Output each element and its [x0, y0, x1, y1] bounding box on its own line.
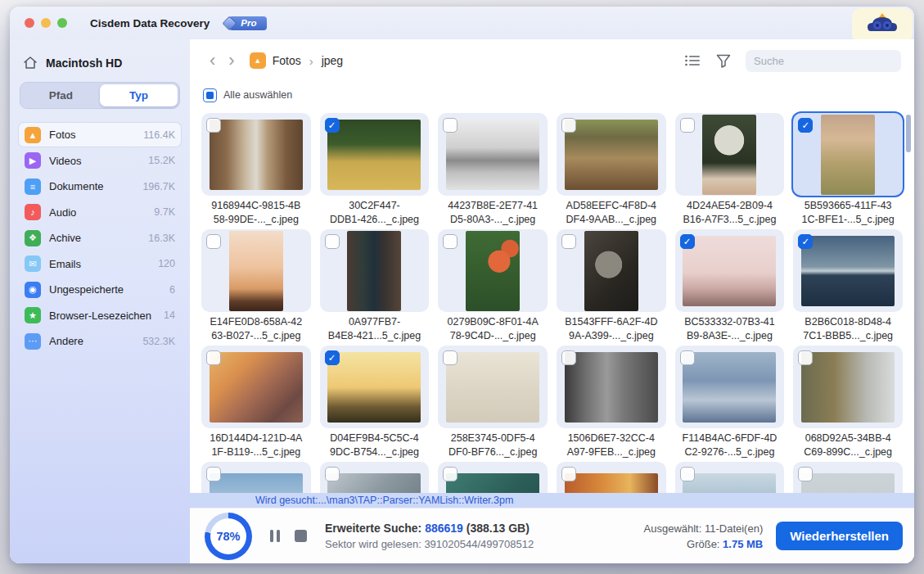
file-thumbnail-tile[interactable]: [793, 346, 903, 428]
file-checkbox[interactable]: ✓: [680, 234, 695, 249]
file-thumbnail-tile[interactable]: [201, 346, 311, 428]
file-thumbnail-tile[interactable]: [675, 346, 785, 428]
sidebar-item-videos[interactable]: ▶ Videos 15.2K: [18, 148, 182, 174]
device-row[interactable]: Macintosh HD: [18, 51, 182, 82]
file-cell[interactable]: [557, 462, 666, 493]
file-thumbnail-tile[interactable]: [557, 229, 666, 312]
sidebar-item-emails[interactable]: ✉ Emails 120: [18, 251, 182, 277]
file-checkbox[interactable]: [680, 118, 695, 133]
file-cell[interactable]: 9168944C-9815-4B 58-99DE-..._c.jpeg: [201, 113, 311, 226]
file-checkbox[interactable]: [561, 234, 576, 249]
file-thumbnail-tile[interactable]: [557, 462, 666, 493]
file-cell[interactable]: [793, 462, 903, 493]
sidebar-item-ungespeicherte[interactable]: ◉ Ungespeicherte 6: [18, 277, 182, 302]
file-checkbox[interactable]: [443, 350, 457, 365]
file-cell[interactable]: B1543FFF-6A2F-4D 9A-A399-..._c.jpeg: [557, 229, 666, 342]
file-cell[interactable]: 258E3745-0DF5-4 DF0-BF76..._c.jpeg: [438, 346, 548, 459]
stop-button[interactable]: [295, 530, 307, 542]
file-thumbnail-tile[interactable]: [557, 346, 666, 428]
file-checkbox[interactable]: [206, 350, 221, 365]
file-thumbnail-tile[interactable]: [201, 229, 311, 312]
file-thumbnail-tile[interactable]: [675, 462, 785, 493]
file-thumbnail-tile[interactable]: [438, 462, 548, 493]
file-checkbox[interactable]: ✓: [325, 118, 340, 133]
file-cell[interactable]: F114B4AC-6FDF-4D C2-9276-...5_c.jpeg: [675, 346, 785, 459]
tab-typ[interactable]: Typ: [100, 84, 178, 106]
file-checkbox[interactable]: [561, 350, 576, 365]
file-checkbox[interactable]: [798, 350, 813, 365]
file-thumbnail-tile[interactable]: ✓: [320, 346, 430, 428]
vertical-scrollbar[interactable]: [906, 115, 911, 152]
file-cell[interactable]: ✓ 30C2F447- DDB1-426..._c.jpeg: [320, 113, 430, 226]
file-cell[interactable]: ✓ 5B593665-411F-43 1C-BFE1-...5_c.jpeg: [793, 113, 903, 226]
file-cell[interactable]: 44237B8E-2E77-41 D5-80A3-..._c.jpeg: [438, 113, 548, 226]
file-thumbnail-tile[interactable]: [557, 113, 666, 196]
file-checkbox[interactable]: ✓: [798, 234, 813, 249]
sidebar-item-dokumente[interactable]: ≡ Dokumente 196.7K: [18, 174, 182, 199]
photo-thumbnail: [347, 231, 401, 311]
file-cell[interactable]: 0A977FB7- B4E8-421...5_c.jpeg: [320, 229, 430, 342]
file-thumbnail-tile[interactable]: [793, 462, 903, 493]
file-thumbnail-tile[interactable]: [438, 346, 548, 428]
select-all-checkbox[interactable]: [203, 88, 217, 102]
file-thumbnail-tile[interactable]: [320, 462, 430, 493]
file-checkbox[interactable]: [206, 467, 221, 481]
minimize-window-button[interactable]: [41, 18, 51, 28]
file-cell[interactable]: 068D92A5-34BB-4 C69-899C..._c.jpeg: [793, 346, 903, 459]
file-checkbox[interactable]: [561, 118, 576, 133]
file-checkbox[interactable]: [325, 467, 340, 481]
search-input[interactable]: [754, 55, 898, 67]
zoom-window-button[interactable]: [57, 18, 67, 28]
file-checkbox[interactable]: [206, 234, 221, 249]
tab-pfad[interactable]: Pfad: [22, 84, 100, 106]
file-cell[interactable]: 4D24AE54-2B09-4 B16-A7F3...5_c.jpeg: [675, 113, 785, 226]
file-checkbox[interactable]: ✓: [325, 350, 340, 365]
file-checkbox[interactable]: ✓: [798, 118, 813, 133]
file-thumbnail-tile[interactable]: ✓: [793, 229, 903, 312]
file-cell[interactable]: AD58EEFC-4F8D-4 DF4-9AAB..._c.jpeg: [557, 113, 666, 226]
file-cell[interactable]: [675, 462, 785, 493]
file-checkbox[interactable]: [443, 467, 457, 481]
file-cell[interactable]: E14FE0D8-658A-42 63-B027-...5_c.jpeg: [201, 229, 311, 342]
sidebar-item-audio[interactable]: ♪ Audio 9.7K: [18, 200, 182, 225]
sidebar-item-achive[interactable]: ❖ Achive 16.3K: [18, 225, 182, 251]
file-thumbnail-tile[interactable]: [438, 229, 548, 312]
file-checkbox[interactable]: [798, 467, 813, 481]
breadcrumb-leaf[interactable]: jpeg: [322, 54, 343, 67]
file-cell[interactable]: 16D144D4-121D-4A 1F-B119-...5_c.jpeg: [201, 346, 311, 459]
file-cell[interactable]: [320, 462, 430, 493]
file-checkbox[interactable]: [443, 118, 457, 133]
file-checkbox[interactable]: [680, 467, 695, 481]
file-thumbnail-tile[interactable]: [675, 113, 785, 196]
file-cell[interactable]: ✓ B2B6C018-8D48-4 7C1-BBB5..._c.jpeg: [793, 229, 903, 342]
file-checkbox[interactable]: [561, 467, 576, 481]
forward-button[interactable]: ›: [222, 52, 241, 70]
file-thumbnail-tile[interactable]: ✓: [793, 113, 903, 196]
file-thumbnail-tile[interactable]: [320, 229, 430, 312]
file-thumbnail-tile[interactable]: [438, 113, 548, 196]
file-cell[interactable]: ✓ BC533332-07B3-41 B9-8A3E-..._c.jpeg: [675, 229, 785, 342]
file-thumbnail-tile[interactable]: [201, 113, 311, 196]
file-checkbox[interactable]: [443, 234, 457, 249]
back-button[interactable]: ‹: [203, 52, 222, 70]
close-window-button[interactable]: [25, 18, 34, 28]
file-thumbnail-tile[interactable]: ✓: [320, 113, 430, 196]
pause-button[interactable]: [270, 530, 280, 542]
sidebar-item-andere[interactable]: ⋯ Andere 532.3K: [18, 328, 182, 354]
file-cell[interactable]: 1506D6E7-32CC-4 A97-9FEB..._c.jpeg: [557, 346, 666, 459]
breadcrumb-root[interactable]: Fotos: [273, 54, 301, 67]
file-cell[interactable]: [201, 462, 311, 493]
file-checkbox[interactable]: [325, 234, 340, 249]
file-checkbox[interactable]: [206, 118, 221, 133]
recover-button[interactable]: Wiederherstellen: [776, 522, 903, 550]
file-cell[interactable]: ✓ D04EF9B4-5C5C-4 9DC-B754..._c.jpeg: [320, 346, 430, 459]
sidebar-item-fotos[interactable]: ▲ Fotos 116.4K: [18, 122, 182, 147]
sidebar-item-browser-lesezeichen[interactable]: ★ Browser-Lesezeichen 14: [18, 303, 182, 328]
file-thumbnail-tile[interactable]: [201, 462, 311, 493]
file-thumbnail-tile[interactable]: ✓: [675, 229, 785, 312]
list-view-button[interactable]: [683, 52, 701, 70]
file-cell[interactable]: 0279B09C-8F01-4A 78-9C4D-..._c.jpeg: [438, 229, 548, 342]
file-checkbox[interactable]: [680, 350, 695, 365]
file-cell[interactable]: [438, 462, 548, 493]
filter-button[interactable]: [714, 52, 732, 70]
